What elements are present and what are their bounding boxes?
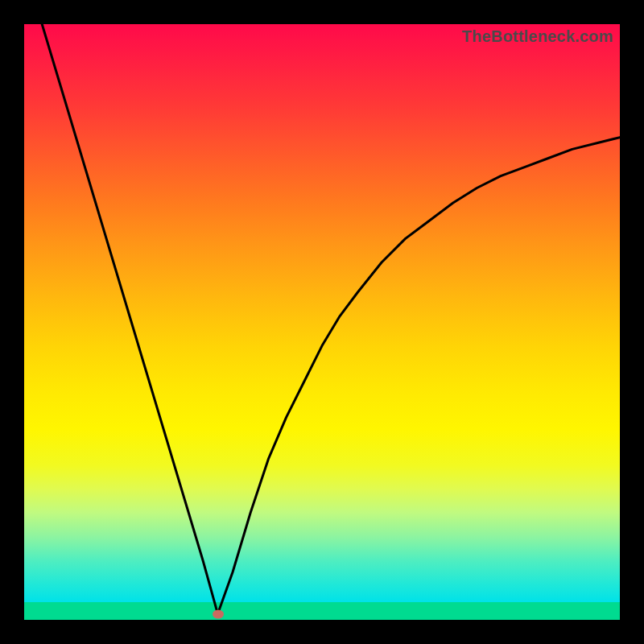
chart-frame: TheBottleneck.com (0, 0, 644, 644)
plot-area: TheBottleneck.com (24, 24, 620, 620)
watermark-text: TheBottleneck.com (462, 27, 613, 46)
minimum-marker (213, 609, 224, 618)
bottleneck-curve (24, 24, 620, 620)
